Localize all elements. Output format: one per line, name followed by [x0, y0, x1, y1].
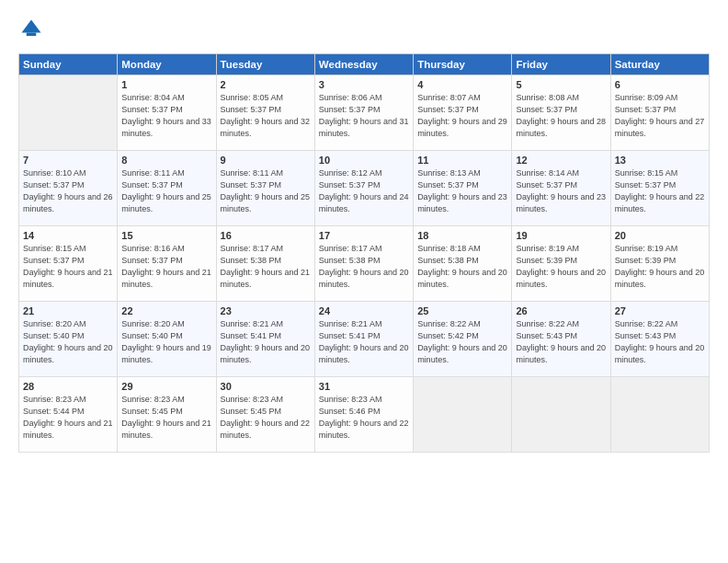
calendar-cell — [414, 377, 512, 453]
calendar-cell: 16Sunrise: 8:17 AMSunset: 5:38 PMDayligh… — [216, 226, 314, 302]
day-detail: Sunrise: 8:21 AMSunset: 5:41 PMDaylight:… — [319, 318, 409, 366]
day-number: 8 — [121, 155, 211, 166]
day-number: 2 — [221, 79, 311, 90]
calendar-cell: 7Sunrise: 8:10 AMSunset: 5:37 PMDaylight… — [19, 151, 118, 226]
calendar-week-row: 14Sunrise: 8:15 AMSunset: 5:37 PMDayligh… — [19, 226, 710, 302]
day-detail: Sunrise: 8:16 AMSunset: 5:37 PMDaylight:… — [121, 243, 211, 291]
calendar-week-row: 1Sunrise: 8:04 AMSunset: 5:37 PMDaylight… — [19, 75, 710, 151]
day-number: 23 — [221, 305, 311, 316]
day-detail: Sunrise: 8:23 AMSunset: 5:45 PMDaylight:… — [221, 394, 311, 442]
calendar-cell — [512, 377, 610, 453]
weekday-header-monday: Monday — [118, 54, 216, 75]
day-number: 7 — [23, 155, 113, 166]
day-number: 31 — [319, 381, 409, 392]
day-detail: Sunrise: 8:19 AMSunset: 5:39 PMDaylight:… — [516, 243, 606, 291]
day-detail: Sunrise: 8:18 AMSunset: 5:38 PMDaylight:… — [417, 243, 507, 291]
day-number: 22 — [121, 305, 211, 316]
day-detail: Sunrise: 8:09 AMSunset: 5:37 PMDaylight:… — [615, 92, 705, 140]
calendar-cell — [19, 75, 118, 151]
calendar-cell: 20Sunrise: 8:19 AMSunset: 5:39 PMDayligh… — [610, 226, 709, 302]
weekday-header-wednesday: Wednesday — [314, 54, 413, 75]
day-number: 10 — [319, 155, 409, 166]
day-number: 9 — [221, 155, 311, 166]
calendar-cell: 14Sunrise: 8:15 AMSunset: 5:37 PMDayligh… — [19, 226, 118, 302]
day-detail: Sunrise: 8:22 AMSunset: 5:43 PMDaylight:… — [516, 318, 606, 366]
calendar-week-row: 28Sunrise: 8:23 AMSunset: 5:44 PMDayligh… — [19, 377, 710, 453]
day-number: 30 — [221, 381, 311, 392]
calendar-cell: 25Sunrise: 8:22 AMSunset: 5:42 PMDayligh… — [414, 302, 512, 377]
day-number: 29 — [121, 381, 211, 392]
weekday-header-friday: Friday — [512, 54, 610, 75]
day-detail: Sunrise: 8:21 AMSunset: 5:41 PMDaylight:… — [221, 318, 311, 366]
day-number: 11 — [417, 155, 507, 166]
day-number: 12 — [516, 155, 606, 166]
calendar-cell: 2Sunrise: 8:05 AMSunset: 5:37 PMDaylight… — [216, 75, 314, 151]
calendar-cell: 10Sunrise: 8:12 AMSunset: 5:37 PMDayligh… — [314, 151, 413, 226]
calendar-cell: 29Sunrise: 8:23 AMSunset: 5:45 PMDayligh… — [118, 377, 216, 453]
logo — [18, 17, 48, 42]
calendar-cell: 13Sunrise: 8:15 AMSunset: 5:37 PMDayligh… — [610, 151, 709, 226]
day-number: 19 — [516, 230, 606, 241]
day-detail: Sunrise: 8:22 AMSunset: 5:42 PMDaylight:… — [417, 318, 507, 366]
day-detail: Sunrise: 8:10 AMSunset: 5:37 PMDaylight:… — [23, 167, 113, 215]
calendar-cell: 1Sunrise: 8:04 AMSunset: 5:37 PMDaylight… — [118, 75, 216, 151]
day-number: 27 — [615, 305, 705, 316]
svg-rect-1 — [27, 33, 37, 37]
header — [18, 17, 710, 42]
day-number: 18 — [417, 230, 507, 241]
day-detail: Sunrise: 8:23 AMSunset: 5:45 PMDaylight:… — [121, 394, 211, 442]
calendar-cell: 15Sunrise: 8:16 AMSunset: 5:37 PMDayligh… — [118, 226, 216, 302]
day-number: 1 — [121, 79, 211, 90]
calendar-cell: 30Sunrise: 8:23 AMSunset: 5:45 PMDayligh… — [216, 377, 314, 453]
weekday-header-tuesday: Tuesday — [216, 54, 314, 75]
day-number: 16 — [221, 230, 311, 241]
weekday-header-thursday: Thursday — [414, 54, 512, 75]
day-number: 5 — [516, 79, 606, 90]
svg-marker-0 — [22, 20, 41, 33]
day-detail: Sunrise: 8:23 AMSunset: 5:44 PMDaylight:… — [23, 394, 113, 442]
calendar-cell: 5Sunrise: 8:08 AMSunset: 5:37 PMDaylight… — [512, 75, 610, 151]
day-number: 4 — [417, 79, 507, 90]
day-detail: Sunrise: 8:12 AMSunset: 5:37 PMDaylight:… — [319, 167, 409, 215]
day-detail: Sunrise: 8:15 AMSunset: 5:37 PMDaylight:… — [615, 167, 705, 215]
calendar-week-row: 21Sunrise: 8:20 AMSunset: 5:40 PMDayligh… — [19, 302, 710, 377]
calendar-cell: 12Sunrise: 8:14 AMSunset: 5:37 PMDayligh… — [512, 151, 610, 226]
calendar-cell: 3Sunrise: 8:06 AMSunset: 5:37 PMDaylight… — [314, 75, 413, 151]
day-number: 14 — [23, 230, 113, 241]
calendar-cell: 26Sunrise: 8:22 AMSunset: 5:43 PMDayligh… — [512, 302, 610, 377]
day-number: 13 — [615, 155, 705, 166]
calendar-cell: 11Sunrise: 8:13 AMSunset: 5:37 PMDayligh… — [414, 151, 512, 226]
day-number: 20 — [615, 230, 705, 241]
calendar-cell: 19Sunrise: 8:19 AMSunset: 5:39 PMDayligh… — [512, 226, 610, 302]
day-detail: Sunrise: 8:06 AMSunset: 5:37 PMDaylight:… — [319, 92, 409, 140]
day-detail: Sunrise: 8:05 AMSunset: 5:37 PMDaylight:… — [221, 92, 311, 140]
day-detail: Sunrise: 8:19 AMSunset: 5:39 PMDaylight:… — [615, 243, 705, 291]
day-detail: Sunrise: 8:23 AMSunset: 5:46 PMDaylight:… — [319, 394, 409, 442]
calendar-table: SundayMondayTuesdayWednesdayThursdayFrid… — [18, 53, 710, 453]
day-detail: Sunrise: 8:07 AMSunset: 5:37 PMDaylight:… — [417, 92, 507, 140]
day-detail: Sunrise: 8:22 AMSunset: 5:43 PMDaylight:… — [615, 318, 705, 366]
day-number: 21 — [23, 305, 113, 316]
calendar-cell — [610, 377, 709, 453]
calendar-week-row: 7Sunrise: 8:10 AMSunset: 5:37 PMDaylight… — [19, 151, 710, 226]
day-number: 26 — [516, 305, 606, 316]
calendar-cell: 6Sunrise: 8:09 AMSunset: 5:37 PMDaylight… — [610, 75, 709, 151]
day-number: 15 — [121, 230, 211, 241]
day-number: 17 — [319, 230, 409, 241]
logo-icon — [18, 17, 44, 42]
day-detail: Sunrise: 8:17 AMSunset: 5:38 PMDaylight:… — [221, 243, 311, 291]
calendar-cell: 28Sunrise: 8:23 AMSunset: 5:44 PMDayligh… — [19, 377, 118, 453]
calendar-cell: 18Sunrise: 8:18 AMSunset: 5:38 PMDayligh… — [414, 226, 512, 302]
day-detail: Sunrise: 8:17 AMSunset: 5:38 PMDaylight:… — [319, 243, 409, 291]
weekday-header-row: SundayMondayTuesdayWednesdayThursdayFrid… — [19, 54, 710, 75]
day-detail: Sunrise: 8:15 AMSunset: 5:37 PMDaylight:… — [23, 243, 113, 291]
day-detail: Sunrise: 8:11 AMSunset: 5:37 PMDaylight:… — [221, 167, 311, 215]
day-detail: Sunrise: 8:20 AMSunset: 5:40 PMDaylight:… — [23, 318, 113, 366]
calendar-cell: 9Sunrise: 8:11 AMSunset: 5:37 PMDaylight… — [216, 151, 314, 226]
day-detail: Sunrise: 8:13 AMSunset: 5:37 PMDaylight:… — [417, 167, 507, 215]
day-detail: Sunrise: 8:14 AMSunset: 5:37 PMDaylight:… — [516, 167, 606, 215]
calendar-cell: 8Sunrise: 8:11 AMSunset: 5:37 PMDaylight… — [118, 151, 216, 226]
page: SundayMondayTuesdayWednesdayThursdayFrid… — [0, 0, 728, 563]
calendar-cell: 21Sunrise: 8:20 AMSunset: 5:40 PMDayligh… — [19, 302, 118, 377]
day-number: 3 — [319, 79, 409, 90]
